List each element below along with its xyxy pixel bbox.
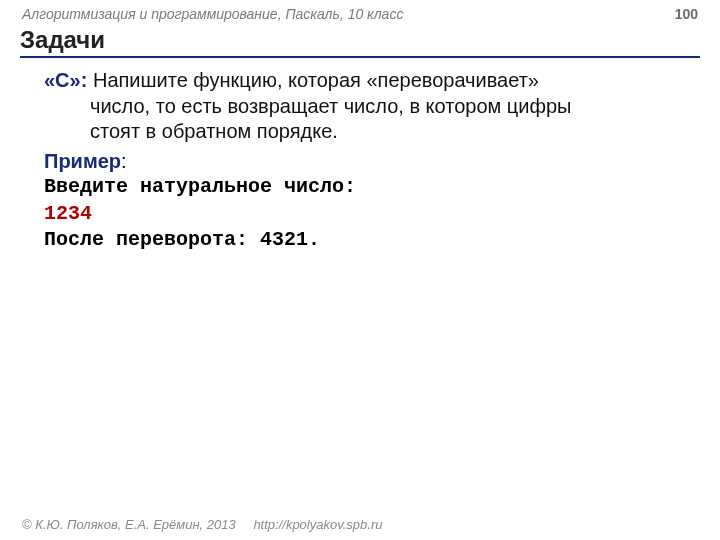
task-line-3: стоят в обратном порядке.	[44, 119, 692, 145]
task-grade-label: «С»	[44, 69, 81, 91]
example-input: 1234	[44, 201, 692, 227]
slide-header: Алгоритмизация и программирование, Паска…	[0, 0, 720, 26]
footer-url: http://kpolyakov.spb.ru	[253, 517, 382, 532]
slide-content: «С»: Напишите функцию, которая «перевора…	[0, 60, 720, 254]
example-label-colon: :	[121, 150, 127, 172]
example-output: После переворота: 4321.	[44, 227, 692, 253]
example-label-text: Пример	[44, 150, 121, 172]
course-label: Алгоритмизация и программирование, Паска…	[22, 6, 403, 22]
slide-title: Задачи	[20, 26, 700, 58]
task-line-2: число, то есть возвращает число, в котор…	[44, 94, 692, 120]
slide: Алгоритмизация и программирование, Паска…	[0, 0, 720, 540]
example-label: Пример:	[44, 149, 692, 175]
footer-copyright: © К.Ю. Поляков, Е.А. Ерёмин, 2013	[22, 517, 236, 532]
task-line-1: «С»: Напишите функцию, которая «перевора…	[44, 68, 692, 94]
task-text-3: стоят в обратном порядке.	[90, 120, 338, 142]
example-prompt: Введите натуральное число:	[44, 174, 692, 200]
task-text-1: Напишите функцию, которая «переворачивае…	[87, 69, 539, 91]
slide-footer: © К.Ю. Поляков, Е.А. Ерёмин, 2013 http:/…	[0, 511, 720, 540]
page-number: 100	[675, 6, 698, 22]
task-text-2: число, то есть возвращает число, в котор…	[90, 95, 571, 117]
